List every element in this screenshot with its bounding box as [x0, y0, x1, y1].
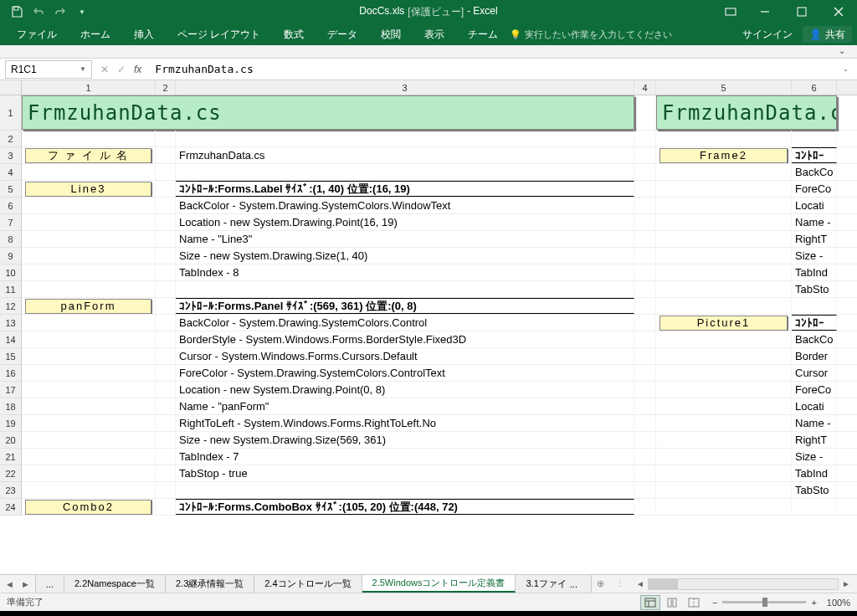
enter-icon[interactable]: ✓ [117, 64, 126, 75]
cell[interactable]: Frame2 [656, 147, 792, 163]
cell[interactable] [22, 131, 156, 146]
cell[interactable] [176, 482, 634, 498]
cell[interactable] [22, 348, 156, 364]
cell[interactable]: Cursor - System.Windows.Forms.Cursors.De… [176, 348, 634, 364]
cell[interactable]: Location - new System.Drawing.Point(0, 8… [176, 382, 634, 398]
cell[interactable] [634, 365, 656, 381]
cell[interactable] [156, 432, 176, 448]
cell[interactable] [656, 348, 792, 364]
row-header[interactable]: 24 [0, 499, 22, 516]
cell[interactable] [22, 231, 156, 247]
cell[interactable] [656, 465, 792, 481]
zoom-knob[interactable] [762, 598, 767, 607]
fx-icon[interactable]: fx [134, 64, 148, 75]
cell[interactable]: BackColor - System.Drawing.SystemColors.… [176, 315, 634, 331]
cell[interactable] [656, 231, 792, 247]
cell[interactable] [156, 499, 176, 515]
cell[interactable] [156, 365, 176, 381]
zoom-slider[interactable] [722, 601, 806, 603]
select-all-corner[interactable] [0, 80, 22, 95]
cell[interactable] [656, 382, 792, 398]
cell[interactable] [634, 198, 656, 213]
cell[interactable]: フ ァ イ ル 名 [22, 147, 156, 163]
cell[interactable] [156, 164, 176, 180]
cell[interactable]: ｺﾝﾄﾛｰﾙ:Forms.Panel ｻｲｽﾞ:(569, 361) 位置:(0… [176, 298, 634, 314]
zoom-in-button[interactable]: + [811, 598, 816, 608]
cell[interactable] [634, 348, 656, 364]
cell[interactable] [156, 181, 176, 197]
scroll-thumb[interactable] [649, 579, 678, 589]
row-header[interactable]: 1 [0, 95, 22, 131]
row-header[interactable]: 11 [0, 281, 22, 298]
cell[interactable]: RightToLeft - System.Windows.Forms.Right… [176, 415, 634, 431]
scroll-track[interactable] [648, 578, 839, 590]
cell[interactable]: ForeCo [792, 382, 837, 398]
cell[interactable]: ForeColor - System.Drawing.SystemColors.… [176, 365, 634, 381]
cell[interactable] [634, 95, 656, 130]
cell[interactable] [22, 214, 156, 230]
col-header-5[interactable]: 5 [656, 80, 792, 95]
cell[interactable] [22, 365, 156, 381]
cell[interactable] [156, 348, 176, 364]
cell[interactable] [156, 248, 176, 264]
cell[interactable]: Name - [792, 214, 837, 230]
cell[interactable] [634, 499, 656, 515]
cell[interactable]: TabStop - true [176, 465, 634, 481]
cell[interactable] [656, 281, 792, 297]
cell[interactable] [22, 264, 156, 280]
sheet-tab-control[interactable]: 2.4コントロール一覧 [254, 575, 362, 593]
cell[interactable]: TabInd [792, 264, 837, 280]
cell[interactable] [656, 499, 792, 515]
row-header[interactable]: 5 [0, 181, 22, 198]
cell[interactable] [176, 131, 634, 146]
cell[interactable]: Size - [792, 449, 837, 465]
sheet-nav-next-icon[interactable]: ► [21, 579, 30, 589]
cell[interactable]: ｺﾝﾄﾛｰ [792, 315, 837, 331]
tab-file[interactable]: ファイル [5, 23, 69, 45]
cell[interactable] [22, 449, 156, 465]
cell[interactable]: Name - [792, 415, 837, 431]
cell[interactable]: TabSto [792, 482, 837, 498]
cell[interactable] [656, 415, 792, 431]
signin-link[interactable]: サインイン [732, 28, 803, 42]
cell[interactable]: Locati [792, 198, 837, 213]
cell[interactable]: RightT [792, 432, 837, 448]
col-header-3[interactable]: 3 [176, 80, 634, 95]
cell[interactable] [634, 415, 656, 431]
cell[interactable] [156, 315, 176, 331]
cell[interactable]: Cursor [792, 365, 837, 381]
row-header[interactable]: 15 [0, 348, 22, 365]
cell[interactable] [656, 482, 792, 498]
scroll-right-icon[interactable]: ► [842, 579, 850, 588]
cell[interactable] [634, 382, 656, 398]
cell[interactable] [656, 365, 792, 381]
view-normal-icon[interactable] [640, 595, 660, 610]
cell[interactable]: RightT [792, 231, 837, 247]
cell[interactable] [656, 198, 792, 213]
title-cell-right[interactable]: FrmzuhanData.c [656, 95, 837, 130]
chevron-down-icon[interactable]: ▼ [80, 65, 86, 73]
cells-area[interactable]: FrmzuhanData.cs FrmzuhanData.c フ ァ イ ル 名… [22, 95, 857, 516]
close-button[interactable] [820, 0, 857, 23]
cell[interactable]: ForeCo [792, 181, 837, 197]
zoom-out-button[interactable]: − [712, 598, 717, 608]
formula-input[interactable]: FrmzuhanData.cs [148, 63, 834, 75]
cell[interactable]: ｺﾝﾄﾛｰ [792, 147, 837, 163]
cell[interactable]: Location - new System.Drawing.Point(16, … [176, 214, 634, 230]
row-header[interactable]: 8 [0, 231, 22, 248]
cell[interactable] [156, 214, 176, 230]
row-header[interactable]: 18 [0, 398, 22, 415]
ribbon-display-icon[interactable] [715, 0, 747, 23]
formula-expand-icon[interactable]: ⌄ [834, 65, 857, 73]
cell[interactable] [22, 331, 156, 347]
cell[interactable] [656, 164, 792, 180]
row-header[interactable]: 21 [0, 449, 22, 465]
cell[interactable] [634, 164, 656, 180]
cell[interactable] [634, 147, 656, 163]
tab-review[interactable]: 校閲 [369, 23, 413, 45]
cell[interactable] [656, 449, 792, 465]
sheet-nav-prev-icon[interactable]: ◄ [5, 579, 14, 589]
add-sheet-button[interactable]: ⊕ [592, 578, 610, 589]
tab-data[interactable]: データ [316, 23, 369, 45]
cell[interactable]: Size - new System.Drawing.Size(1, 40) [176, 248, 634, 264]
